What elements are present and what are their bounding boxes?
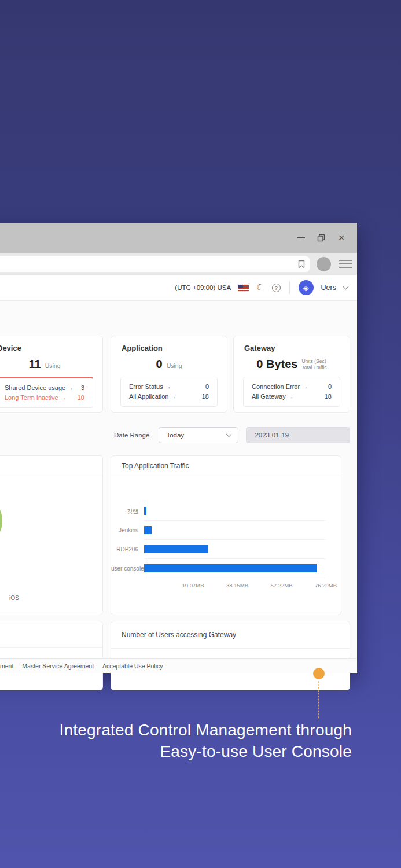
app-header: (UTC +09:00) USA ☾ ? ◈ Uers	[0, 275, 357, 301]
gateway-count: 0 Bytes	[256, 358, 297, 371]
connector-dot	[313, 668, 325, 679]
footer-link-master-service[interactable]: Master Service Agreement	[22, 663, 94, 670]
traffic-card: Top Application Traffic 깃랩JenkinsRDP206u…	[111, 455, 341, 615]
gateway-row-error[interactable]: Connection Error → 0	[252, 382, 332, 392]
app-window: × (UTC +09:00) USA ☾ ? ◈ Uers	[0, 223, 357, 673]
chart-bar-area	[144, 502, 326, 521]
minimize-button[interactable]	[296, 233, 306, 243]
user-avatar-icon[interactable]: ◈	[299, 280, 314, 295]
device-card: Device 11 Using Shared Device usage → 3 …	[0, 336, 103, 413]
chart-bar[interactable]	[144, 564, 317, 572]
device-row-inactive[interactable]: Long Term Inactive → 10	[5, 393, 84, 403]
application-unit: Using	[167, 362, 182, 369]
connector-dashed-line	[318, 681, 319, 718]
footer-link-acceptable-use[interactable]: Acceptable Use Policy	[102, 663, 163, 670]
chart-bar-area	[144, 559, 326, 578]
gateway-units-note: Units (Sec)Total Traffic	[301, 358, 326, 370]
chart-row: user console	[111, 559, 341, 578]
gateway-detail-box: Connection Error → 0 All Gateway → 18	[243, 377, 340, 407]
menu-button[interactable]	[339, 260, 352, 268]
page-background: × (UTC +09:00) USA ☾ ? ◈ Uers	[0, 0, 401, 868]
bottom-left-card-header	[0, 621, 102, 648]
window-footer: ment Master Service Agreement Acceptable…	[0, 658, 357, 673]
chart-row: RDP206	[111, 540, 341, 559]
application-row-all[interactable]: All Application → 18	[129, 392, 209, 402]
date-input[interactable]: 2023-01-19	[246, 427, 350, 443]
gateway-users-card: Number of Users accessing Gateway	[111, 621, 350, 690]
traffic-chart-plot: 깃랩JenkinsRDP206user console	[111, 502, 341, 578]
chart-bar-area	[144, 540, 326, 559]
window-titlebar: ×	[0, 223, 357, 253]
menu-icon	[339, 260, 352, 261]
date-range-label: Date Range	[114, 432, 149, 439]
date-range-select[interactable]: Today	[159, 427, 238, 443]
donut-card-header	[0, 456, 102, 476]
address-bar[interactable]	[0, 256, 310, 272]
chart-category-label: Jenkins	[111, 527, 144, 534]
restore-button[interactable]	[316, 233, 326, 243]
traffic-chart-ticks: 19.07MB38.15MB57.22MB76.29MB	[149, 578, 326, 589]
chart-bar-area	[144, 521, 326, 540]
gateway-users-title: Number of Users accessing Gateway	[111, 621, 350, 649]
chevron-down-icon[interactable]	[343, 284, 349, 290]
chart-axis-tick: 57.22MB	[270, 582, 292, 589]
dashboard-content: Device 11 Using Shared Device usage → 3 …	[0, 301, 357, 658]
minimize-icon	[297, 237, 305, 238]
headline-line1: Integrated Control Management through	[60, 720, 352, 741]
timezone-label: (UTC +09:00) USA	[175, 284, 231, 291]
traffic-card-title: Top Application Traffic	[111, 456, 341, 476]
gateway-row-all[interactable]: All Gateway → 18	[252, 392, 332, 402]
application-detail-box: Error Status → 0 All Application → 18	[120, 377, 218, 407]
profile-avatar[interactable]	[317, 257, 331, 271]
application-count: 0	[156, 358, 163, 371]
restore-icon	[317, 234, 325, 242]
chart-category-label: RDP206	[111, 546, 144, 553]
date-filter-row: Date Range Today 2023-01-19	[114, 427, 350, 443]
chart-row: 깃랩	[111, 502, 341, 521]
header-divider	[289, 281, 290, 294]
chart-category-label: 깃랩	[111, 507, 144, 516]
device-count: 11	[28, 358, 41, 371]
footer-link-agreement[interactable]: ment	[0, 663, 13, 670]
gateway-card: Gateway 0 Bytes Units (Sec)Total Traffic…	[233, 336, 350, 413]
help-icon[interactable]: ?	[272, 284, 281, 292]
chart-category-label: user console	[111, 565, 144, 572]
headline-caption: Integrated Control Management through Ea…	[60, 720, 352, 763]
chevron-down-icon	[226, 432, 232, 437]
close-icon: ×	[338, 233, 344, 243]
application-card-title: Application	[111, 344, 227, 352]
bottom-left-card	[0, 621, 103, 690]
application-row-error[interactable]: Error Status → 0	[129, 382, 209, 392]
headline-line2: Easy-to-use User Console	[60, 741, 352, 763]
chart-axis-tick: 38.15MB	[226, 582, 248, 589]
chart-bar[interactable]	[144, 526, 152, 534]
donut-legend-ios[interactable]: iOS	[9, 595, 19, 601]
browser-toolbar	[0, 253, 357, 275]
date-range-value: Today	[166, 432, 184, 439]
donut-chart	[0, 494, 2, 548]
close-button[interactable]: ×	[336, 233, 347, 243]
chart-axis-tick: 19.07MB	[182, 582, 204, 589]
device-row-shared[interactable]: Shared Device usage → 3	[5, 383, 84, 393]
dark-mode-icon[interactable]: ☾	[256, 282, 264, 293]
device-detail-box: Shared Device usage → 3 Long Term Inacti…	[0, 377, 93, 408]
chart-bar[interactable]	[144, 545, 208, 553]
device-card-title: Device	[0, 344, 102, 352]
device-unit: Using	[45, 362, 61, 369]
usa-flag-icon[interactable]	[238, 285, 249, 291]
chart-bar[interactable]	[144, 507, 146, 515]
user-menu-label[interactable]: Uers	[321, 284, 336, 292]
chart-axis-tick: 76.29MB	[315, 582, 337, 589]
gateway-card-title: Gateway	[234, 344, 350, 352]
chart-row: Jenkins	[111, 521, 341, 540]
os-donut-card: iOS	[0, 455, 103, 615]
application-card: Application 0 Using Error Status → 0 All…	[111, 336, 227, 413]
bookmark-icon[interactable]	[298, 260, 305, 269]
